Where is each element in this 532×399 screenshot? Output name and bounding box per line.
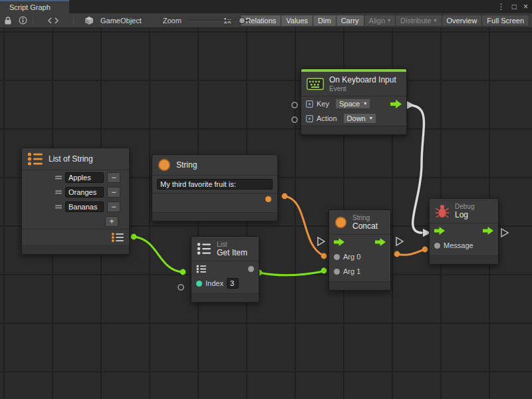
list-item-row: Oranges − [22,185,129,200]
node-title: On Keyboard Input [329,75,396,84]
getitem-list-input-port[interactable] [180,269,186,275]
list-item-row: Apples − [22,170,129,185]
add-item-row: + [22,214,129,229]
node-header[interactable]: List of String [22,148,129,170]
list-item-input[interactable]: Bananas [65,201,104,212]
node-get-item[interactable]: List Get Item Index 3 [191,236,259,303]
node-header[interactable]: List Get Item [192,237,259,261]
control-out-arrow-icon[interactable] [483,227,493,235]
node-header[interactable]: On Keyboard Input Event [301,72,406,96]
string-inner-output-port[interactable] [265,196,271,202]
chevron-down-icon: ▾ [434,18,437,23]
info-icon[interactable] [17,16,29,25]
node-concat[interactable]: String Concat Arg 0 Arg 1 [329,209,391,291]
node-footer [430,255,498,264]
key-value: Space [339,100,360,108]
node-footer [329,281,390,290]
key-label: Key [317,100,329,108]
window-controls: ⋮ □ × [497,0,528,13]
node-debug-log[interactable]: Debug Log Message [429,198,499,265]
concat-arg1-input-port[interactable] [321,268,327,274]
node-header[interactable]: String Concat [329,210,390,234]
control-out-arrow-icon[interactable] [390,100,402,108]
graph-canvas[interactable]: On Keyboard Input Event Key Space ▾ [0,28,532,399]
control-out-port-triangle[interactable] [407,101,414,109]
wire-concat-to-message[interactable] [397,249,424,255]
gameobject-label[interactable]: GameObject [100,17,142,25]
string-value-input[interactable]: My third favorite fruit is: [157,179,273,190]
wire-string-to-concat[interactable] [285,196,323,255]
control-in-arrow-icon[interactable] [334,238,344,246]
node-title: String [176,160,197,170]
control-in-arrow-icon[interactable] [434,227,445,235]
remove-item-button[interactable]: − [107,172,120,183]
message-input-port[interactable] [422,247,428,253]
concat-control-in-triangle[interactable] [318,237,325,245]
toolbar-button-values[interactable]: Values [281,15,313,27]
message-port-dot[interactable] [434,243,440,249]
index-port-dot[interactable] [196,281,202,287]
zoom-slider-knob[interactable] [239,17,245,24]
drag-handle-icon[interactable] [55,175,62,180]
index-row: Index 3 [192,276,259,291]
list-output-port[interactable] [131,234,137,240]
getitem-inner-output-port[interactable] [248,266,254,272]
list-item-input[interactable]: Oranges [65,187,104,198]
list-icon [197,242,211,255]
toolbar-button-carry[interactable]: Carry [336,15,364,27]
wire-getitem-to-concat[interactable] [259,271,323,275]
string-value: My third favorite fruit is: [160,180,236,188]
zoom-slider[interactable] [188,17,217,25]
key-dropdown[interactable]: Space ▾ [335,98,370,109]
message-row: Message [430,238,498,253]
remove-item-button[interactable]: − [107,201,120,212]
drag-handle-icon[interactable] [55,190,62,195]
log-control-out-triangle[interactable] [501,229,508,237]
list-port-icon[interactable] [196,265,207,273]
add-item-button[interactable]: + [105,216,118,227]
remove-item-button[interactable]: − [107,187,120,198]
toolbar-button-align[interactable]: Align▾ [364,15,396,27]
node-footer [22,245,129,254]
code-view-icon[interactable] [47,17,60,24]
node-string-literal[interactable]: String My third favorite fruit is: [152,154,278,221]
index-input[interactable]: 3 [227,278,239,289]
list-item-input[interactable]: Apples [65,172,104,183]
drag-handle-icon[interactable] [55,204,62,209]
index-outer-port[interactable] [178,285,184,290]
arg1-port-dot[interactable] [334,269,340,275]
list-output-icon[interactable] [111,232,124,243]
lock-icon[interactable] [3,16,13,25]
window-menu-icon[interactable]: ⋮ [497,2,505,11]
tab-script-graph[interactable]: Script Graph [0,0,69,13]
concat-arg0-input-port[interactable] [321,253,327,259]
control-out-arrow-icon[interactable] [375,238,386,246]
graph-toolbar: GameObject Zoom 1x Relations Values Dim … [0,13,532,28]
wire-event-to-log[interactable] [408,105,424,233]
maximize-icon[interactable]: □ [512,2,517,11]
action-label: Action [317,114,337,122]
node-header[interactable]: String [152,155,277,175]
wire-list-to-getitem[interactable] [134,237,182,272]
string-output-port[interactable] [282,194,288,200]
arg0-port-dot[interactable] [334,254,340,260]
node-on-keyboard-input[interactable]: On Keyboard Input Event Key Space ▾ [301,68,407,135]
concat-output-port[interactable] [394,251,400,257]
node-subtitle: Event [329,85,396,92]
string-output-band [152,194,277,212]
action-value: Down [347,114,366,122]
script-graph-window: Script Graph ⋮ □ × GameObject Zoom 1x [0,0,532,399]
toolbar-button-distribute[interactable]: Distribute▾ [396,15,442,27]
action-dropdown[interactable]: Down ▾ [343,113,376,124]
key-outer-port[interactable] [292,102,297,108]
toolbar-button-fullscreen[interactable]: Full Screen [482,15,529,27]
toolbar-button-dim[interactable]: Dim [313,15,336,27]
close-icon[interactable]: × [523,2,528,11]
toolbar-button-overview[interactable]: Overview [442,15,483,27]
action-outer-port[interactable] [292,117,297,122]
button-label: Carry [341,17,359,25]
concat-control-out-triangle[interactable] [396,237,403,245]
arg1-row: Arg 1 [329,264,390,279]
node-header[interactable]: Debug Log [430,199,498,223]
node-list-of-string[interactable]: List of String Apples − Oranges − [21,148,130,255]
